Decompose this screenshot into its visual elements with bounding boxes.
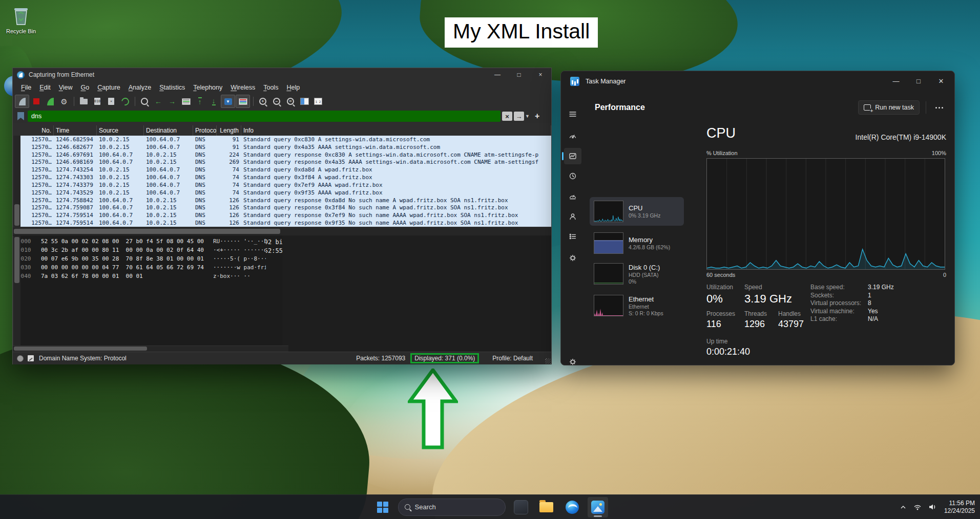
- sidebar-item-processes[interactable]: [564, 127, 581, 144]
- filter-bookmark-icon[interactable]: [17, 112, 24, 120]
- packet-row[interactable]: 12570…1246.698169100.64.0.710.0.2.15DNS2…: [13, 158, 551, 166]
- start-capture-button[interactable]: [15, 95, 29, 108]
- taskbar-clock[interactable]: 11:56 PM 12/24/2025: [944, 500, 975, 515]
- go-forward-button[interactable]: →: [165, 95, 179, 107]
- restart-capture-button[interactable]: [44, 95, 57, 107]
- expert-info-icon[interactable]: [17, 355, 24, 362]
- colorize-toggle[interactable]: [236, 95, 250, 108]
- column-header-proto[interactable]: Protocol: [193, 125, 217, 136]
- perf-card-ethernet[interactable]: EthernetEthernetS: 0 R: 0 Kbps: [590, 291, 684, 320]
- tm-close-button[interactable]: ✕: [930, 72, 952, 90]
- menu-edit[interactable]: Edit: [35, 84, 55, 91]
- nav-menu-icon[interactable]: [564, 106, 581, 122]
- find-packet-button[interactable]: [138, 95, 151, 107]
- bytes-vscrollbar[interactable]: [13, 236, 20, 345]
- resize-grip[interactable]: [545, 358, 551, 364]
- go-to-packet-button[interactable]: [179, 95, 193, 107]
- go-to-top-button[interactable]: ↑: [193, 95, 206, 107]
- hex-row[interactable]: 000052 55 0a 00 02 02 08 00 27 b0 f4 5f …: [13, 238, 266, 247]
- filter-dropdown-caret[interactable]: ▼: [525, 114, 530, 119]
- filter-apply-icon[interactable]: →: [514, 112, 524, 121]
- close-file-button[interactable]: ×: [105, 95, 118, 107]
- reload-file-button[interactable]: [118, 95, 132, 107]
- packet-row[interactable]: 12570…1274.74352910.0.2.15100.64.0.7DNS7…: [13, 189, 551, 197]
- column-header-src[interactable]: Source: [97, 125, 144, 136]
- close-button[interactable]: ×: [530, 68, 551, 81]
- menu-analyze[interactable]: Analyze: [124, 84, 155, 91]
- menu-capture[interactable]: Capture: [93, 84, 124, 91]
- photos-app-icon-active[interactable]: [588, 497, 608, 517]
- packet-row[interactable]: 12570…1274.74337910.0.2.15100.64.0.7DNS7…: [13, 181, 551, 189]
- packet-list-vscrollbar[interactable]: [13, 136, 20, 227]
- packet-row[interactable]: 12570…1246.68267710.0.2.15100.64.0.7DNS9…: [13, 143, 551, 151]
- maximize-button[interactable]: □: [508, 68, 530, 81]
- profile-label[interactable]: Profile: Default: [492, 355, 533, 362]
- settings-gear-icon[interactable]: [564, 354, 581, 370]
- menu-go[interactable]: Go: [77, 84, 94, 91]
- tm-minimize-button[interactable]: —: [885, 72, 907, 90]
- capture-comment-icon[interactable]: [28, 355, 34, 361]
- packet-row[interactable]: 12570…1274.74330310.0.2.15100.64.0.7DNS7…: [13, 174, 551, 181]
- network-wifi-icon[interactable]: [913, 504, 922, 510]
- menu-wireless[interactable]: Wireless: [226, 84, 259, 91]
- start-button[interactable]: [372, 497, 393, 517]
- recycle-bin-shortcut[interactable]: Recycle Bin: [3, 5, 39, 34]
- resize-columns-button[interactable]: [298, 95, 311, 107]
- packet-row[interactable]: 12570…1274.758842100.64.0.710.0.2.15DNS1…: [13, 197, 551, 204]
- column-header-len[interactable]: Length: [217, 125, 241, 136]
- open-file-button[interactable]: [77, 95, 90, 107]
- cpu-utilization-graph[interactable]: [706, 158, 945, 270]
- packet-row[interactable]: 12570…1274.759514100.64.0.710.0.2.15DNS1…: [13, 219, 551, 227]
- sidebar-item-performance[interactable]: [564, 148, 581, 164]
- file-explorer-icon[interactable]: [536, 497, 557, 517]
- zoom-reset-button[interactable]: =: [284, 95, 297, 107]
- menu-telephony[interactable]: Telephony: [189, 84, 226, 91]
- hex-row[interactable]: 002000 07 e6 9b 00 35 00 28 70 8f 8e 38 …: [13, 255, 266, 264]
- column-header-dst[interactable]: Destination: [144, 125, 193, 136]
- taskbar-app-icon-1[interactable]: [511, 497, 531, 517]
- go-to-bottom-button[interactable]: ↓: [207, 95, 220, 107]
- auto-scroll-toggle[interactable]: ▼: [221, 95, 235, 108]
- hex-row[interactable]: 00407a 03 62 6f 78 00 00 01 00 01z·box··…: [13, 273, 266, 282]
- packet-row[interactable]: 12570…1246.697691100.64.0.710.0.2.15DNS2…: [13, 151, 551, 159]
- perf-card-memory[interactable]: Memory4.2/6.8 GB (62%): [590, 229, 684, 257]
- sidebar-item-users[interactable]: [564, 208, 581, 225]
- sidebar-item-services[interactable]: [564, 250, 581, 266]
- menu-tools[interactable]: Tools: [259, 84, 282, 91]
- menu-help[interactable]: Help: [282, 84, 304, 91]
- perf-card-disk-0-c-[interactable]: Disk 0 (C:)HDD (SATA)0%: [590, 260, 684, 288]
- wireshark-titlebar[interactable]: Capturing from Ethernet — □ ×: [13, 68, 551, 82]
- menu-file[interactable]: File: [17, 84, 35, 91]
- numbered-columns-button[interactable]: 1 2: [311, 95, 325, 107]
- column-header-time[interactable]: Time: [54, 125, 97, 136]
- packet-row[interactable]: 12570…1246.68259410.0.2.15100.64.0.7DNS9…: [13, 136, 551, 143]
- hex-row[interactable]: 003000 00 00 00 00 00 04 77 70 61 64 05 …: [13, 264, 266, 273]
- column-header-info[interactable]: Info: [241, 125, 551, 136]
- packet-list-hscrollbar[interactable]: [13, 227, 551, 235]
- tray-chevron-up-icon[interactable]: [900, 505, 906, 509]
- hex-row[interactable]: 001000 3c 2b af 00 00 80 11 00 00 0a 00 …: [13, 247, 266, 255]
- stop-capture-button[interactable]: [30, 95, 43, 107]
- volume-icon[interactable]: [929, 504, 937, 510]
- packet-row[interactable]: 12570…1274.74325410.0.2.15100.64.0.7DNS7…: [13, 166, 551, 174]
- capture-options-button[interactable]: ⚙: [57, 95, 71, 107]
- sidebar-item-startup-apps[interactable]: [564, 188, 581, 204]
- perf-card-cpu[interactable]: CPU0% 3.19 GHz: [590, 197, 684, 226]
- packet-row[interactable]: 12570…1274.759087100.64.0.710.0.2.15DNS1…: [13, 204, 551, 211]
- zoom-in-button[interactable]: +: [256, 95, 269, 107]
- column-header-no[interactable]: No.: [13, 125, 54, 136]
- filter-clear-icon[interactable]: ×: [502, 112, 512, 121]
- menu-view[interactable]: View: [55, 84, 77, 91]
- sidebar-item-app-history[interactable]: [564, 168, 581, 184]
- go-back-button[interactable]: ←: [152, 95, 165, 107]
- display-filter-input[interactable]: dns: [28, 111, 501, 122]
- minimize-button[interactable]: —: [487, 68, 508, 81]
- tm-maximize-button[interactable]: □: [907, 72, 930, 90]
- edge-browser-icon[interactable]: [562, 497, 582, 517]
- filter-add-button[interactable]: +: [535, 112, 539, 121]
- sidebar-item-details[interactable]: [564, 228, 581, 245]
- taskbar-search[interactable]: Search: [398, 499, 506, 516]
- packet-row[interactable]: 12570…1274.759514100.64.0.710.0.2.15DNS1…: [13, 211, 551, 219]
- zoom-out-button[interactable]: −: [270, 95, 283, 107]
- save-file-button[interactable]: 010: [91, 95, 104, 107]
